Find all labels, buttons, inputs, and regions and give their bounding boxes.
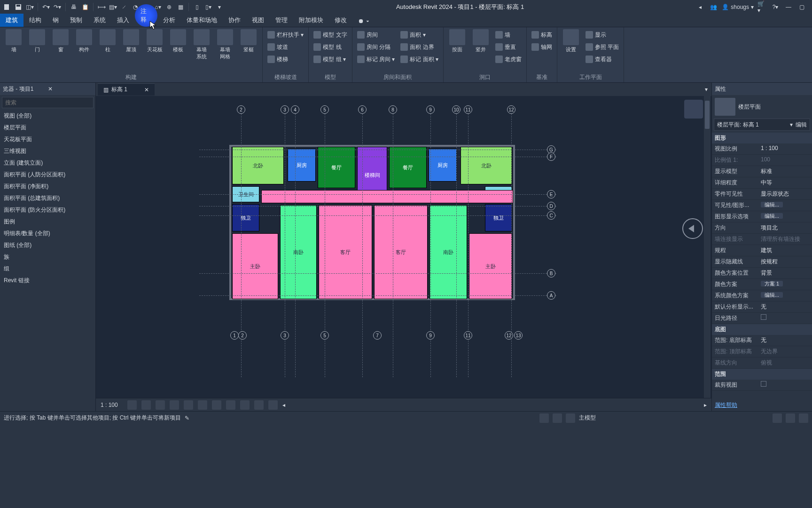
tree-item[interactable]: 天花板平面 (0, 134, 95, 145)
room[interactable]: 主卧 (232, 233, 278, 299)
ribbon-button-small[interactable]: 模型 线 (312, 41, 349, 53)
tree-item[interactable]: 组 (0, 263, 95, 275)
grid-bubble[interactable]: 6 (358, 105, 367, 114)
room[interactable]: 独卫 (232, 204, 259, 231)
crop-region-icon[interactable] (198, 400, 207, 410)
property-row[interactable]: 基线方向俯视 (712, 357, 812, 369)
properties-help-link[interactable]: 属性帮助 (715, 402, 737, 408)
select-by-face-icon[interactable] (773, 413, 782, 423)
scroll-right-icon[interactable]: ▸ (704, 402, 707, 408)
sun-path-icon[interactable] (156, 400, 165, 410)
nav-wheel[interactable] (682, 218, 703, 239)
cart-icon[interactable]: 🛒▾ (757, 2, 767, 12)
ribbon-tab[interactable]: 系统 (88, 14, 111, 27)
scrollbar-vertical[interactable] (704, 96, 710, 398)
collab-icon[interactable]: 👥 (709, 2, 718, 12)
property-row[interactable]: 比例值 1:100 (712, 155, 812, 166)
cascade-icon[interactable]: ▯▾ (203, 2, 213, 12)
grid-bubble[interactable]: 3 (281, 331, 289, 340)
grid-bubble[interactable]: B (547, 269, 555, 278)
room[interactable]: 客厅 (374, 205, 428, 299)
grid-bubble[interactable]: 4 (291, 105, 299, 114)
help-icon[interactable]: ?▾ (771, 2, 780, 12)
property-category[interactable]: 底图 (712, 324, 812, 335)
room[interactable]: 北卧 (232, 147, 284, 184)
grid-bubble[interactable]: D (547, 202, 555, 210)
close-icon[interactable]: ✕ (144, 87, 149, 93)
grid-bubble[interactable]: 2 (237, 105, 245, 114)
ribbon-button-small[interactable]: 面积 ▾ (398, 29, 440, 40)
ribbon-button[interactable]: 幕墙网格 (214, 29, 236, 60)
ribbon-button-small[interactable]: 栏杆扶手 ▾ (265, 29, 305, 40)
ribbon-button-small[interactable]: 显示 (584, 29, 621, 40)
grid-bubble[interactable]: 9 (426, 331, 435, 340)
grid-bubble[interactable]: 11 (464, 105, 472, 114)
tree-item[interactable]: 面积平面 (防火分区面积) (0, 204, 95, 216)
undo-icon[interactable]: ↶▾ (41, 2, 51, 12)
property-row[interactable]: 零件可见性显示原状态 (712, 189, 812, 200)
ribbon-tab[interactable]: 体量和场地 (181, 14, 223, 27)
ribbon-button-small[interactable]: 面积 边界 (398, 41, 440, 53)
room[interactable]: 南卧 (429, 205, 467, 299)
tree-item[interactable]: 视图 (全部) (0, 110, 95, 122)
edit-type-button[interactable]: 编辑 (796, 121, 807, 129)
room[interactable]: 主卧 (469, 233, 512, 299)
room[interactable]: 厨房 (429, 149, 457, 182)
section-icon[interactable]: ▤▾ (108, 2, 118, 12)
ribbon-tab[interactable]: 管理 (270, 14, 293, 27)
ribbon-button-small[interactable]: 模型 文字 (312, 29, 349, 40)
crop-icon[interactable] (184, 400, 193, 410)
grid-bubble[interactable]: 13 (514, 331, 523, 340)
ribbon-button-small[interactable]: 标高 (530, 29, 554, 40)
ribbon-button-small[interactable]: 房间 (355, 29, 397, 40)
grid-bubble[interactable]: 1 (230, 331, 239, 340)
ribbon-tab[interactable]: 建筑 (0, 14, 23, 27)
scroll-left-icon[interactable]: ◂ (282, 402, 285, 408)
ribbon-tab[interactable]: 视图 (246, 14, 270, 27)
checkbox[interactable] (761, 314, 766, 320)
search-input[interactable] (2, 97, 94, 108)
ribbon-button-small[interactable]: 标记 面积 ▾ (398, 54, 440, 65)
type-selector[interactable]: 楼层平面 (715, 98, 809, 116)
search-left-icon[interactable]: ◂ (695, 2, 705, 12)
tree-item[interactable]: 立面 (建筑立面) (0, 157, 95, 169)
edit-button[interactable]: 编辑... (761, 292, 783, 298)
canvas[interactable]: 北卧厨房餐厅楼梯间餐厅厨房北卧卫生间卫生间独卫独卫主卧南卧客厅客厅南卧主卧234… (96, 96, 711, 398)
property-row[interactable]: 图形显示选项编辑... (712, 211, 812, 222)
ribbon-button[interactable]: 竖梃 (238, 29, 259, 53)
grid-bubble[interactable]: 12 (505, 331, 513, 340)
target-icon[interactable]: ⊕ (164, 2, 174, 12)
tab-menu-icon[interactable]: ▾ (701, 86, 711, 93)
copy-icon[interactable]: ◫▾ (24, 2, 35, 12)
view-scale[interactable]: 1 : 100 (101, 402, 118, 408)
ribbon-tab[interactable]: 钢 (47, 14, 64, 27)
model-icon[interactable] (566, 413, 575, 423)
print-icon[interactable]: 🖶 (69, 2, 79, 12)
property-row[interactable]: 范围: 顶部标高无边界 (712, 346, 812, 357)
ribbon-button-small[interactable]: 坡道 (265, 41, 305, 53)
property-row[interactable]: 颜色方案方案 1 (712, 279, 812, 290)
ribbon-tab[interactable]: 插入 (111, 14, 135, 27)
close-icon[interactable]: ✕ (48, 86, 93, 92)
property-row[interactable]: 可见性/图形...编辑... (712, 200, 812, 211)
filter-icon[interactable] (553, 413, 562, 423)
list-icon[interactable]: ▦ (175, 2, 186, 12)
ribbon-button[interactable]: 构件 (73, 29, 95, 53)
save-icon[interactable] (13, 2, 23, 12)
property-row[interactable]: 墙连接显示清理所有墙连接 (712, 234, 812, 245)
ribbon-button-small[interactable]: 轴网 (530, 41, 554, 53)
document-tab[interactable]: ▥ 标高 1 ✕ (98, 83, 155, 95)
tree-item[interactable]: 面积平面 (净面积) (0, 181, 95, 192)
tree-item[interactable]: 图例 (0, 216, 95, 228)
property-row[interactable]: 系统颜色方案编辑... (712, 290, 812, 302)
property-row[interactable]: 视图比例1 : 100 (712, 143, 812, 155)
property-row[interactable]: 显示模型标准 (712, 166, 812, 177)
ribbon-tab[interactable]: 修改 (329, 14, 352, 27)
grid-bubble[interactable]: C (547, 211, 555, 220)
grid-bubble[interactable]: A (547, 291, 555, 300)
grid-bubble[interactable]: 8 (389, 105, 397, 114)
ribbon-tab[interactable]: 预制 (64, 14, 88, 27)
grid-bubble[interactable]: 2 (238, 331, 247, 340)
ribbon-button[interactable]: 设置 (560, 29, 582, 53)
property-row[interactable]: 规程建筑 (712, 245, 812, 256)
